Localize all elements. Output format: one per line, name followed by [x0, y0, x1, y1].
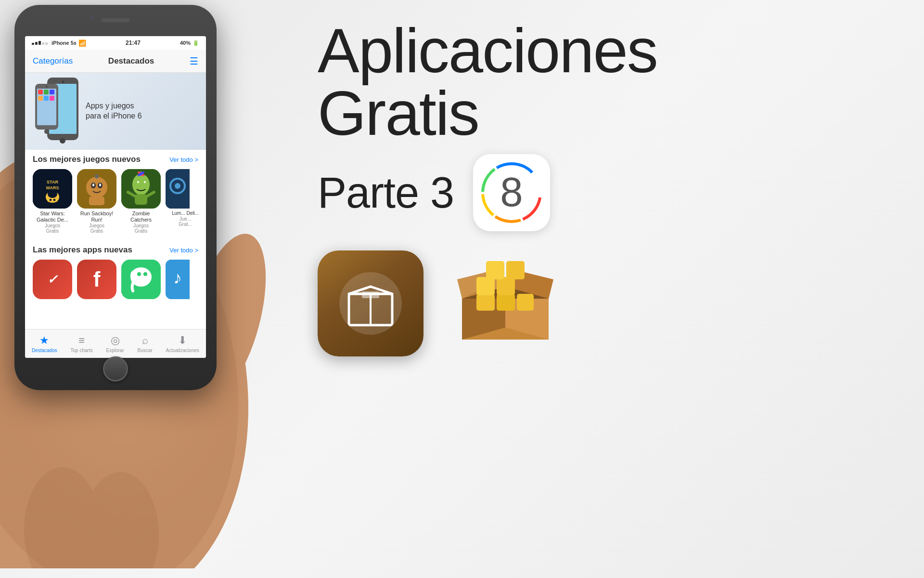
phone-camera: [90, 15, 94, 19]
ios8-icon: 8: [473, 154, 550, 231]
svg-text:8: 8: [500, 169, 523, 215]
lumino-price: Grat...: [166, 222, 198, 227]
nav-bar: Categorías Destacados ☰: [25, 50, 206, 73]
games-section-header: Los mejores juegos nuevos Ver todo >: [33, 155, 198, 164]
wifi-icon: 📶: [78, 39, 86, 47]
svg-point-39: [44, 129, 49, 134]
home-button[interactable]: [103, 356, 128, 381]
parte-text: Parte 3: [318, 168, 454, 218]
svg-text:♪: ♪: [173, 268, 182, 288]
tab-top-charts[interactable]: ≡ Top charts: [71, 334, 93, 353]
dot4: [42, 42, 44, 45]
svg-rect-22: [476, 277, 495, 295]
svg-point-67: [137, 181, 139, 183]
flipboard-content: f: [77, 260, 116, 299]
svg-point-68: [144, 181, 146, 183]
games-row: STAR WARS S: [33, 169, 198, 234]
app-icon-lumino: [166, 169, 190, 209]
app-item-flipboard[interactable]: f: [77, 260, 116, 301]
app-icon-evernote: [121, 260, 161, 299]
dot5: [45, 42, 48, 45]
bottom-icons: [318, 250, 895, 356]
games-section: Los mejores juegos nuevos Ver todo > STA…: [25, 150, 206, 236]
app-item-starwars[interactable]: STAR WARS S: [33, 169, 72, 234]
sackboy-category: Juegos: [77, 223, 116, 228]
app-item-sackboy[interactable]: Run Sackboy! Run! Juegos Gratis: [77, 169, 116, 234]
status-left: iPhone 5s 📶: [32, 39, 86, 47]
games-link[interactable]: Ver todo >: [169, 156, 198, 163]
tab-top-charts-label: Top charts: [71, 348, 93, 353]
app-icon-nike: ✓: [33, 260, 72, 299]
zombie-svg: [121, 169, 161, 209]
music-svg: ♪: [166, 260, 190, 299]
app-item-zombie[interactable]: Zombie Catchers Juegos Gratis: [121, 169, 161, 234]
svg-point-64: [132, 174, 150, 195]
nav-menu-icon[interactable]: ☰: [190, 55, 198, 67]
svg-text:WARS: WARS: [46, 185, 59, 190]
apps-section-header: Las mejores apps nuevas Ver todo >: [33, 245, 198, 255]
nav-title: Destacados: [108, 56, 154, 66]
tab-buscar-icon: ⌕: [142, 334, 148, 347]
banner-title-line2: para el iPhone 6: [86, 111, 198, 121]
tab-actualizaciones-label: Actualizaciones: [166, 348, 199, 353]
app-item-nike[interactable]: ✓: [33, 260, 72, 301]
signal-dots: [32, 41, 48, 45]
svg-point-50: [48, 190, 57, 198]
nav-categories[interactable]: Categorías: [33, 56, 73, 66]
banner[interactable]: Apps y juegos para el iPhone 6: [25, 73, 206, 150]
cydia-icon: [318, 250, 424, 356]
tab-buscar[interactable]: ⌕ Buscar: [138, 334, 153, 353]
banner-title-line1: Apps y juegos: [86, 101, 198, 111]
svg-point-35: [60, 138, 65, 144]
app-item-music[interactable]: ♪: [166, 260, 198, 301]
app-icon-sackboy: [77, 169, 116, 209]
right-panel: Aplicaciones Gratis Parte 3 8: [289, 0, 924, 578]
tab-explorar-label: Explorar: [106, 348, 124, 353]
dot1: [32, 43, 34, 45]
svg-point-58: [92, 184, 94, 186]
store-box-icon: [452, 250, 558, 356]
svg-point-82: [143, 272, 147, 276]
starwars-name: Star Wars: Galactic De...: [33, 210, 72, 223]
svg-rect-25: [506, 261, 525, 279]
battery-icon: 🔋: [192, 40, 199, 46]
banner-text: Apps y juegos para el iPhone 6: [81, 101, 198, 121]
games-title: Los mejores juegos nuevos: [33, 155, 141, 164]
nike-content: ✓: [33, 260, 72, 299]
svg-rect-43: [38, 96, 43, 101]
starwars-category: Juegos: [33, 223, 72, 228]
dot2: [35, 42, 38, 45]
phone-frame: iPhone 5s 📶 21:47 40% 🔋 Categorías Desta…: [14, 5, 217, 390]
sackboy-price: Gratis: [77, 228, 116, 234]
svg-rect-45: [50, 96, 54, 101]
tab-actualizaciones[interactable]: ⬇ Actualizaciones: [166, 334, 199, 353]
battery-text: 40%: [180, 40, 191, 46]
app-item-lumino[interactable]: Lum... Deli... Jue... Grat...: [166, 169, 198, 234]
app-icon-flipboard: f: [77, 260, 116, 299]
svg-point-81: [137, 272, 141, 276]
svg-point-55: [86, 177, 107, 198]
tab-destacados-label: Destacados: [32, 348, 57, 353]
store-box-svg: [452, 250, 558, 356]
app-item-evernote[interactable]: [121, 260, 161, 301]
tab-explorar[interactable]: ◎ Explorar: [106, 334, 124, 353]
svg-rect-12: [362, 291, 379, 298]
subtitle-row: Parte 3 8: [318, 154, 895, 231]
svg-rect-24: [486, 261, 504, 279]
zombie-category: Juegos: [121, 223, 161, 228]
svg-rect-52: [50, 199, 51, 201]
svg-point-34: [62, 80, 64, 83]
dot3: [38, 41, 41, 45]
svg-point-38: [46, 86, 48, 88]
svg-rect-19: [476, 294, 495, 311]
tab-destacados[interactable]: ★ Destacados: [32, 334, 57, 353]
zombie-price: Gratis: [121, 228, 161, 234]
svg-rect-21: [517, 294, 534, 311]
apps-link[interactable]: Ver todo >: [169, 247, 198, 254]
svg-rect-69: [135, 194, 147, 205]
svg-point-77: [175, 183, 180, 189]
sackboy-svg: [77, 169, 116, 209]
starwars-price: Gratis: [33, 228, 72, 234]
svg-rect-42: [50, 90, 54, 94]
app-icon-starwars: STAR WARS: [33, 169, 72, 209]
